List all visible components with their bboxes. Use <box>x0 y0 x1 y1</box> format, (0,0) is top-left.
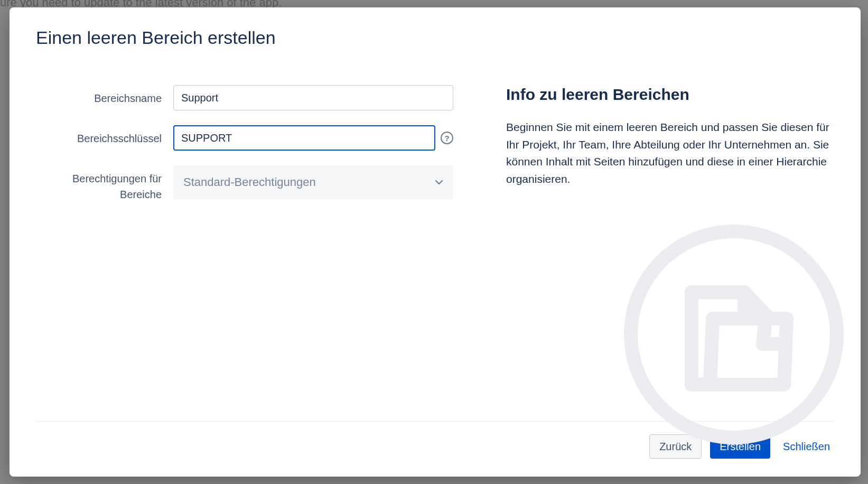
form-column: Bereichsname Bereichsschlüssel ? Berecht… <box>36 85 464 416</box>
blank-space-icon <box>623 224 845 448</box>
space-name-control <box>173 85 453 110</box>
space-key-control: ? <box>173 125 453 151</box>
form-row-key: Bereichsschlüssel ? <box>36 125 464 151</box>
modal-footer: Zurück Erstellen Schließen <box>36 421 834 459</box>
modal-title: Einen leeren Bereich erstellen <box>36 27 834 48</box>
create-button[interactable]: Erstellen <box>710 434 770 459</box>
info-column: Info zu leeren Bereichen Beginnen Sie mi… <box>506 85 834 416</box>
svg-point-0 <box>631 231 837 438</box>
help-icon[interactable]: ? <box>441 132 453 144</box>
info-description: Beginnen Sie mit einem leeren Bereich un… <box>506 119 834 188</box>
form-row-permissions: Berechtigungen für Bereiche Standard-Ber… <box>36 165 464 202</box>
space-name-label: Bereichsname <box>36 85 173 106</box>
form-row-name: Bereichsname <box>36 85 464 110</box>
space-name-input[interactable] <box>173 85 453 110</box>
create-space-modal: Einen leeren Bereich erstellen Bereichsn… <box>10 7 861 477</box>
permissions-select-wrap: Standard-Berechtigungen <box>173 165 453 199</box>
info-title: Info zu leeren Bereichen <box>506 85 834 104</box>
modal-body: Bereichsname Bereichsschlüssel ? Berecht… <box>36 85 834 416</box>
space-permissions-control: Standard-Berechtigungen <box>173 165 453 199</box>
permissions-select[interactable]: Standard-Berechtigungen <box>173 165 453 199</box>
space-key-label: Bereichsschlüssel <box>36 125 173 146</box>
space-key-input[interactable] <box>173 125 435 151</box>
close-button[interactable]: Schließen <box>779 434 834 459</box>
space-permissions-label: Berechtigungen für Bereiche <box>36 165 173 202</box>
back-button[interactable]: Zurück <box>649 434 702 459</box>
